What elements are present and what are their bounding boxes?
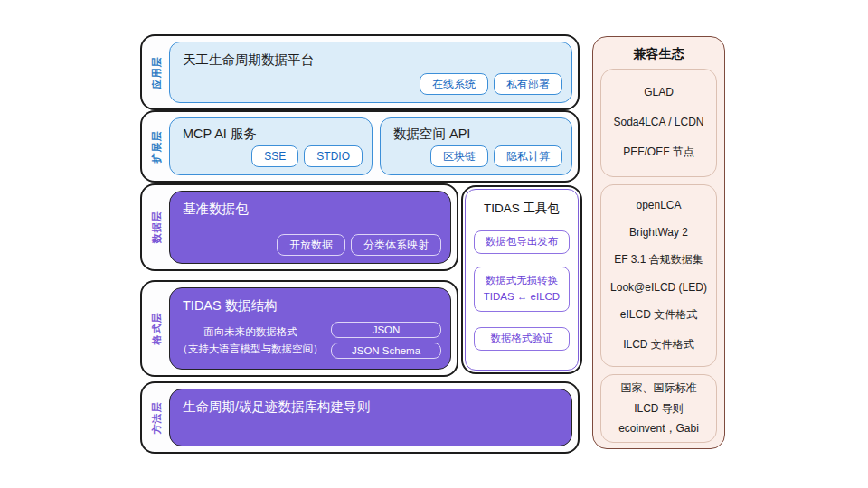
mcp-ai-service-title: MCP AI 服务 — [170, 118, 372, 143]
ecosystem-title: 兼容生态 — [593, 46, 724, 62]
layer-label-text: 数据层 — [149, 211, 163, 244]
ecosystem-group-standards: 国家、国际标准 ILCD 导则 ecoinvent，Gabi — [600, 374, 717, 443]
guideline-title: 生命周期/碳足迹数据库构建导则 — [170, 389, 571, 416]
data-space-api-title: 数据空间 API — [381, 118, 571, 143]
format-validate-label: 数据格式验证 — [491, 331, 553, 347]
benchmark-data-title: 基准数据包 — [170, 192, 450, 218]
private-deploy-button[interactable]: 私有部署 — [494, 73, 562, 95]
json-schema-button[interactable]: JSON Schema — [331, 343, 441, 359]
data-layer-row: 数据层 基准数据包 开放数据 分类体系映射 — [140, 183, 458, 271]
layer-label-application: 应用层 — [144, 36, 168, 108]
layer-label-format: 格式层 — [144, 282, 168, 375]
layer-label-text: 应用层 — [149, 56, 163, 89]
lossless-convert-line2: TIDAS ↔ eILCD — [484, 289, 560, 305]
ecosystem-item: Look@eILCD (LED) — [610, 281, 707, 294]
stdio-button[interactable]: STDIO — [304, 145, 363, 167]
benchmark-data-box: 基准数据包 开放数据 分类体系映射 — [169, 191, 451, 264]
mcp-ai-service-box: MCP AI 服务 SSE STDIO — [169, 117, 373, 175]
lossless-convert-line1: 数据式无损转换 — [486, 273, 559, 289]
ecosystem-item: eILCD 文件格式 — [620, 307, 697, 323]
extension-layer-row: 扩展层 MCP AI 服务 SSE STDIO 数据空间 API 区块链 隐私计… — [140, 110, 580, 183]
privacy-compute-button[interactable]: 隐私计算 — [494, 145, 562, 167]
method-layer-row: 方法层 生命周期/碳足迹数据库构建导则 — [140, 381, 580, 454]
ecosystem-item: ILCD 文件格式 — [623, 337, 694, 352]
layer-label-data: 数据层 — [144, 185, 168, 269]
ecosystem-item: BrightWay 2 — [629, 226, 688, 239]
layer-label-text: 方法层 — [149, 401, 163, 434]
ecosystem-group-tools: openLCA BrightWay 2 EF 3.1 合规数据集 Look@eI… — [600, 184, 717, 367]
ecosystem-item: EF 3.1 合规数据集 — [614, 252, 703, 267]
json-button[interactable]: JSON — [331, 322, 441, 338]
export-publish-label: 数据包导出发布 — [486, 234, 559, 250]
mcp-chips: SSE STDIO — [251, 145, 363, 167]
sse-button[interactable]: SSE — [251, 145, 298, 167]
tidas-toolkit-box: TIDAS 工具包 数据包导出发布 数据式无损转换 TIDAS ↔ eILCD … — [461, 185, 582, 374]
format-layer-row: 格式层 TIDAS 数据结构 面向未来的数据格式 （支持大语言模型与数据空间） … — [140, 280, 458, 377]
export-publish-button[interactable]: 数据包导出发布 — [474, 230, 570, 254]
online-system-button[interactable]: 在线系统 — [420, 73, 488, 95]
layer-label-text: 扩展层 — [149, 130, 163, 163]
ecosystem-item: PEF/OEF 节点 — [623, 145, 694, 160]
app-platform-chips: 在线系统 私有部署 — [420, 73, 562, 95]
format-buttons: JSON JSON Schema — [331, 322, 441, 359]
benchmark-chips: 开放数据 分类体系映射 — [277, 234, 441, 256]
ecosystem-group-networks: GLAD Soda4LCA / LCDN PEF/OEF 节点 — [600, 69, 717, 177]
taxonomy-mapping-button[interactable]: 分类体系映射 — [351, 234, 441, 256]
tidas-toolkit-inner: TIDAS 工具包 数据包导出发布 数据式无损转换 TIDAS ↔ eILCD … — [465, 189, 579, 371]
api-chips: 区块链 隐私计算 — [430, 145, 562, 167]
ecosystem-item: Soda4LCA / LCDN — [613, 116, 703, 128]
format-description: 面向未来的数据格式 （支持大语言模型与数据空间） — [170, 324, 331, 358]
format-desc-line1: 面向未来的数据格式 — [170, 324, 331, 341]
tidas-structure-title: TIDAS 数据结构 — [170, 288, 450, 314]
layer-label-text: 格式层 — [149, 313, 163, 345]
tidas-architecture-diagram: 应用层 天工生命周期数据平台 在线系统 私有部署 扩展层 MCP AI 服务 S… — [0, 0, 868, 488]
blockchain-button[interactable]: 区块链 — [430, 145, 488, 167]
data-space-api-box: 数据空间 API 区块链 隐私计算 — [380, 117, 572, 175]
ecosystem-panel: 兼容生态 GLAD Soda4LCA / LCDN PEF/OEF 节点 ope… — [592, 36, 725, 449]
tidas-toolkit-title: TIDAS 工具包 — [466, 201, 578, 217]
lossless-convert-button[interactable]: 数据式无损转换 TIDAS ↔ eILCD — [474, 267, 570, 312]
layer-label-method: 方法层 — [144, 383, 168, 452]
app-platform-box: 天工生命周期数据平台 在线系统 私有部署 — [169, 42, 572, 103]
open-data-button[interactable]: 开放数据 — [277, 234, 345, 256]
layer-label-extension: 扩展层 — [144, 112, 168, 181]
format-validate-button[interactable]: 数据格式验证 — [474, 327, 570, 351]
ecosystem-item: GLAD — [644, 86, 674, 99]
ecosystem-item: ecoinvent，Gabi — [618, 421, 699, 436]
format-content-row: 面向未来的数据格式 （支持大语言模型与数据空间） JSON JSON Schem… — [170, 322, 450, 359]
ecosystem-item: 国家、国际标准 — [621, 380, 697, 396]
ecosystem-item: openLCA — [636, 199, 681, 211]
app-platform-title: 天工生命周期数据平台 — [170, 42, 571, 69]
ecosystem-item: ILCD 导则 — [634, 401, 684, 417]
app-layer-row: 应用层 天工生命周期数据平台 在线系统 私有部署 — [140, 34, 580, 110]
tidas-structure-box: TIDAS 数据结构 面向未来的数据格式 （支持大语言模型与数据空间） JSON… — [169, 287, 451, 370]
format-desc-line2: （支持大语言模型与数据空间） — [170, 341, 331, 358]
guideline-box: 生命周期/碳足迹数据库构建导则 — [169, 389, 572, 446]
